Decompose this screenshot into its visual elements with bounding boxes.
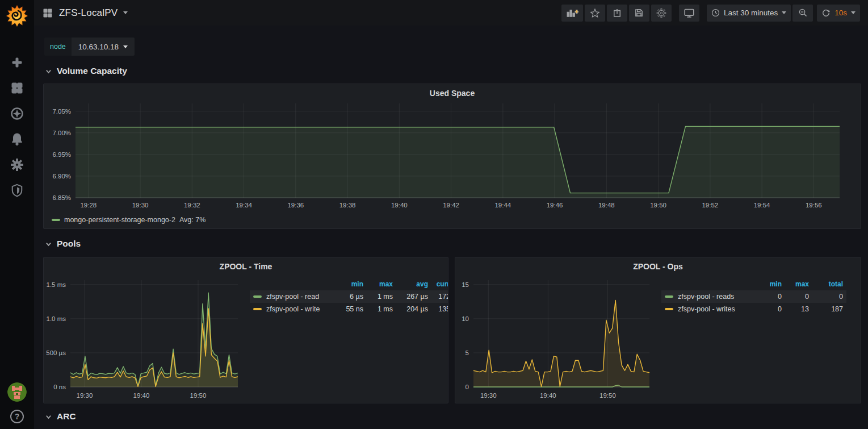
- legend-column-header[interactable]: total: [812, 279, 846, 290]
- x-tick-label: 19:42: [443, 202, 459, 209]
- legend-column-header[interactable]: current: [431, 279, 448, 290]
- zoom-out-time-button[interactable]: [792, 5, 813, 22]
- panel-title-used-space[interactable]: Used Space: [44, 89, 861, 98]
- legend-stat-value: 0: [785, 290, 812, 303]
- legend-column-header[interactable]: avg: [396, 279, 431, 290]
- y-tick-label: 1.0 ms: [46, 315, 66, 322]
- legend-stat-value: 55 ns: [335, 303, 367, 315]
- legend-swatch: [52, 219, 60, 221]
- legend-row: zfspv-pool - writes013187: [661, 303, 846, 315]
- section-pools[interactable]: Pools: [45, 239, 81, 249]
- legend-stat-value: 172 µs: [431, 290, 448, 303]
- sidebar-item-alerting[interactable]: [9, 131, 25, 147]
- monitor-icon: [684, 8, 695, 18]
- line-chart-svg: 19:2819:3019:3219:3419:3619:3819:4019:42…: [44, 100, 861, 211]
- dashboard-title-dropdown[interactable]: ZFS-LocalPV: [42, 7, 128, 19]
- save-dashboard-button[interactable]: [629, 5, 649, 22]
- legend-series-name[interactable]: mongo-persistent-storage-mongo-2: [64, 216, 175, 224]
- chevron-down-icon: [123, 45, 128, 48]
- shield-icon: [11, 184, 23, 197]
- legend-column-header[interactable]: max: [367, 279, 396, 290]
- x-tick-label: 19:28: [80, 202, 97, 209]
- panel-title-zpool-time[interactable]: ZPOOL - Time: [44, 262, 448, 271]
- legend-swatch: [253, 295, 262, 298]
- legend-series-name[interactable]: zfspv-pool - read: [250, 293, 332, 301]
- chevron-down-icon: [45, 241, 52, 247]
- star-dashboard-button[interactable]: [585, 5, 605, 22]
- legend-column-header[interactable]: max: [785, 279, 812, 290]
- user-avatar[interactable]: [7, 382, 27, 402]
- legend-column-header[interactable]: min: [335, 279, 367, 290]
- y-tick-label: 15: [462, 281, 469, 288]
- node-variable-dropdown[interactable]: 10.63.10.18: [72, 38, 135, 56]
- x-tick-label: 19:48: [598, 202, 615, 209]
- y-tick-label: 7.00%: [52, 130, 71, 136]
- legend-stat-value: 0: [752, 303, 785, 315]
- cycle-view-mode-button[interactable]: [679, 5, 699, 22]
- grafana-logo[interactable]: [6, 5, 28, 27]
- help-button[interactable]: ?: [10, 410, 24, 423]
- time-range-picker[interactable]: Last 30 minutes: [707, 5, 791, 22]
- legend-series-name[interactable]: zfspv-pool - reads: [661, 293, 749, 301]
- panel-zpool-ops: ZPOOL - Ops 19:3019:4019:50151050 minmax…: [455, 257, 861, 403]
- y-tick-label: 10: [462, 315, 469, 322]
- legend-stat-value: 267 µs: [396, 290, 431, 303]
- x-tick-label: 19:50: [190, 392, 207, 399]
- save-icon: [634, 8, 644, 18]
- section-volume-capacity[interactable]: Volume Capacity: [45, 66, 127, 76]
- x-tick-label: 19:32: [184, 202, 200, 209]
- panel-zpool-time: ZPOOL - Time 19:3019:4019:501.5 ms1.0 ms…: [43, 257, 448, 403]
- x-tick-label: 19:38: [339, 202, 356, 209]
- legend-swatch: [253, 308, 262, 310]
- y-tick-label: 500 µs: [46, 349, 66, 356]
- node-variable-value: 10.63.10.18: [78, 43, 119, 51]
- legend-row: zfspv-pool - read6 µs1 ms267 µs172 µs: [250, 290, 448, 303]
- sidebar-item-server-admin[interactable]: [9, 182, 25, 198]
- zpool-time-legend: minmaxavgcurrentzfspv-pool - read6 µs1 m…: [250, 279, 448, 330]
- y-tick-label: 7.05%: [52, 108, 71, 115]
- sidebar: ?: [0, 0, 34, 429]
- add-panel-button[interactable]: [561, 5, 583, 22]
- legend-column-header[interactable]: min: [752, 279, 785, 290]
- section-arc[interactable]: ARC: [45, 411, 76, 422]
- legend-swatch: [665, 295, 673, 298]
- sidebar-item-dashboards[interactable]: [9, 80, 25, 96]
- used-space-legend: mongo-persistent-storage-mongo-2 Avg: 7%: [52, 216, 206, 224]
- series-area: [473, 300, 649, 387]
- legend-stat-value: 0: [812, 290, 846, 303]
- zpool-time-chart[interactable]: 19:3019:4019:501.5 ms1.0 ms500 µs0 ns: [46, 274, 246, 402]
- panel-used-space: Used Space 19:2819:3019:3219:3419:3619:3…: [43, 84, 861, 229]
- legend-swatch: [665, 308, 673, 310]
- sidebar-item-explore[interactable]: [9, 106, 25, 122]
- legend-series-name[interactable]: zfspv-pool - write: [250, 305, 332, 313]
- refresh-picker[interactable]: 10s: [817, 5, 860, 22]
- chevron-down-icon: [45, 414, 52, 420]
- legend-avg-value: Avg: 7%: [179, 216, 206, 224]
- x-tick-label: 19:40: [540, 392, 556, 399]
- legend-stat-value: 6 µs: [335, 290, 367, 303]
- create-button[interactable]: [9, 55, 25, 70]
- x-tick-label: 19:36: [287, 202, 304, 209]
- x-tick-label: 19:52: [702, 202, 718, 209]
- top-navbar: ZFS-LocalPV: [34, 0, 868, 26]
- line-chart-svg: 19:3019:4019:501.5 ms1.0 ms500 µs0 ns: [46, 274, 246, 402]
- share-dashboard-button[interactable]: [607, 5, 627, 22]
- gear-icon: [656, 8, 666, 18]
- dashboard-settings-button[interactable]: [651, 5, 672, 22]
- plus-icon: [11, 56, 23, 69]
- x-tick-label: 19:56: [806, 202, 822, 209]
- legend-stat-value: 1 ms: [367, 290, 396, 303]
- panel-title-zpool-ops[interactable]: ZPOOL - Ops: [455, 262, 861, 271]
- x-tick-label: 19:30: [132, 202, 149, 209]
- x-tick-label: 19:44: [494, 202, 511, 209]
- refresh-icon: [821, 9, 831, 18]
- sidebar-item-configuration[interactable]: [9, 157, 25, 173]
- x-tick-label: 19:50: [650, 202, 666, 209]
- legend-series-name[interactable]: zfspv-pool - writes: [661, 305, 749, 313]
- share-icon: [612, 8, 622, 18]
- used-space-chart[interactable]: 19:2819:3019:3219:3419:3619:3819:4019:42…: [44, 100, 861, 211]
- y-tick-label: 0: [466, 384, 469, 390]
- y-tick-label: 6.95%: [52, 151, 71, 158]
- zpool-ops-chart[interactable]: 19:3019:4019:50151050: [458, 274, 657, 402]
- x-tick-label: 19:50: [599, 392, 616, 399]
